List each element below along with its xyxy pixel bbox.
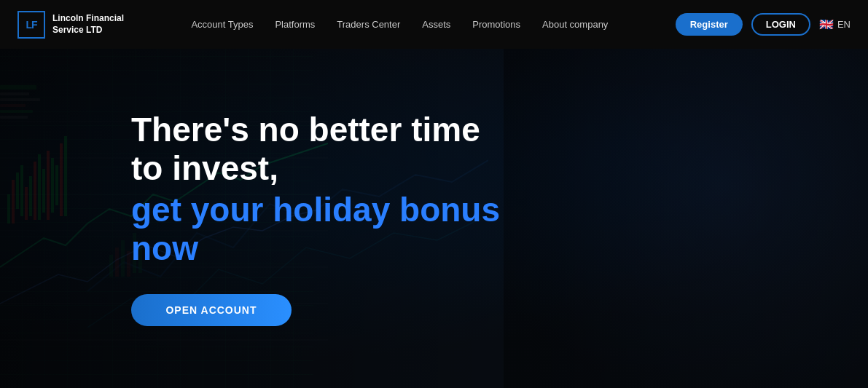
nav-promotions[interactable]: Promotions — [472, 19, 520, 30]
language-selector[interactable]: 🇬🇧 EN — [819, 19, 851, 30]
open-account-button[interactable]: OPEN ACCOUNT — [131, 294, 292, 326]
navbar-brand: LF Lincoln Financial Service LTD — [17, 11, 124, 39]
flag-icon: 🇬🇧 — [819, 20, 834, 30]
navbar-links: Account Types Platforms Traders Center A… — [191, 19, 608, 30]
nav-platforms[interactable]: Platforms — [275, 19, 315, 30]
navbar-actions: Register LOGIN 🇬🇧 EN — [676, 13, 851, 36]
register-button[interactable]: Register — [676, 13, 743, 36]
logo: LF — [17, 11, 45, 39]
hero-section: There's no better time to invest, get yo… — [0, 0, 868, 388]
nav-about-company[interactable]: About company — [542, 19, 608, 30]
hero-content: There's no better time to invest, get yo… — [0, 49, 868, 388]
hero-headline-blue: get your holiday bonus now — [131, 191, 510, 268]
nav-account-types[interactable]: Account Types — [191, 19, 253, 30]
brand-name: Lincoln Financial Service LTD — [52, 13, 124, 36]
navbar: LF Lincoln Financial Service LTD Account… — [0, 0, 868, 49]
nav-assets[interactable]: Assets — [422, 19, 450, 30]
lang-label: EN — [837, 19, 851, 30]
hero-headline-white: There's no better time to invest, — [131, 111, 510, 188]
nav-traders-center[interactable]: Traders Center — [337, 19, 400, 30]
login-button[interactable]: LOGIN — [751, 13, 810, 36]
